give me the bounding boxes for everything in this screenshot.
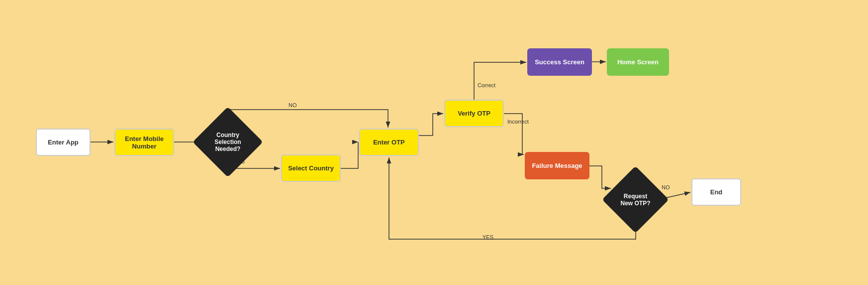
request-new-otp-label: RequestNew OTP?: [612, 176, 659, 223]
label-no2: NO: [662, 184, 670, 190]
enter-mobile-label: Enter Mobile Number: [125, 135, 164, 150]
enter-otp-node: Enter OTP: [359, 129, 419, 156]
label-correct: Correct: [478, 82, 495, 88]
label-no1: NO: [289, 102, 297, 108]
success-screen-node: Success Screen: [527, 48, 592, 76]
label-incorrect: Incorrect: [507, 119, 529, 125]
verify-otp-node: Verify OTP: [444, 100, 504, 127]
enter-app-label: Enter App: [48, 139, 79, 146]
enter-app-node: Enter App: [36, 129, 91, 156]
verify-otp-label: Verify OTP: [458, 110, 490, 117]
enter-mobile-node: Enter Mobile Number: [114, 129, 174, 156]
failure-message-node: Failure Message: [525, 152, 589, 179]
home-screen-node: Home Screen: [607, 48, 669, 76]
request-new-otp-diamond: RequestNew OTP?: [602, 166, 669, 233]
enter-otp-label: Enter OTP: [373, 139, 405, 146]
end-label: End: [710, 188, 723, 196]
success-screen-label: Success Screen: [535, 58, 584, 66]
select-country-label: Select Country: [288, 164, 334, 172]
flowchart: NO YES Correct Incorrect NO YES Enter Ap…: [0, 0, 868, 285]
country-selection-label: CountrySelectionNeeded?: [203, 117, 253, 167]
label-yes2: YES: [482, 234, 493, 240]
home-screen-label: Home Screen: [617, 58, 659, 66]
failure-message-label: Failure Message: [532, 162, 582, 169]
select-country-node: Select Country: [281, 154, 341, 182]
country-selection-diamond: CountrySelectionNeeded?: [193, 107, 263, 177]
end-node: End: [691, 178, 741, 206]
